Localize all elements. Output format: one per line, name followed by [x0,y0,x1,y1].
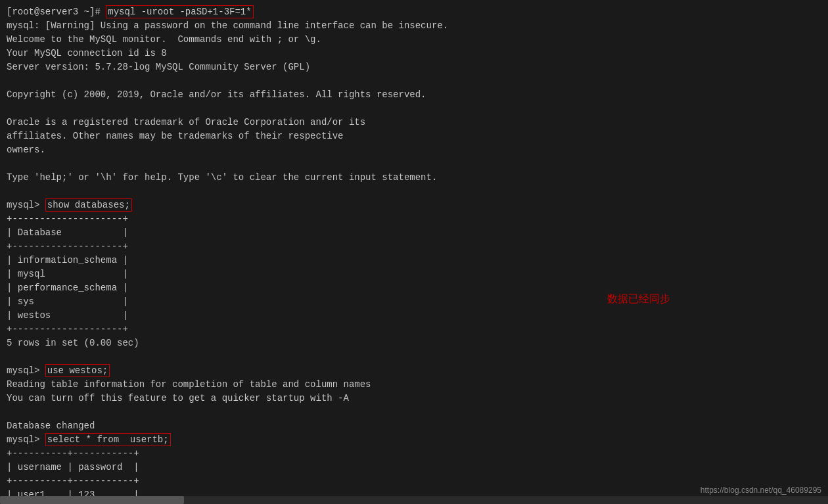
terminal-line [7,350,821,364]
terminal-line [7,74,821,88]
terminal-line: +--------------------+ [7,240,821,254]
terminal-line: Oracle is a registered trademark of Orac… [7,116,821,129]
terminal-line [7,405,821,419]
terminal-line [7,185,821,198]
command-highlight: select * from usertb; [45,433,171,446]
terminal-line: mysql> use westos; [7,364,821,378]
terminal-line: [root@server3 ~]# mysql -uroot -paSD+1-3… [7,5,821,19]
prompt-prefix: [root@server3 ~]# [7,7,106,17]
command-highlight: use westos; [45,364,110,377]
terminal-line: +----------+-----------+ [7,474,821,488]
terminal-line [7,157,821,171]
terminal-line: | performance_schema | [7,281,821,295]
terminal: [root@server3 ~]# mysql -uroot -paSD+1-3… [0,0,828,504]
terminal-line: mysql> select * from usertb; [7,433,821,447]
sync-label: 数据已经同步 [607,292,670,306]
terminal-line: 5 rows in set (0.00 sec) [7,336,821,350]
terminal-line: affiliates. Other names may be trademark… [7,129,821,143]
terminal-line: Copyright (c) 2000, 2019, Oracle and/or … [7,88,821,102]
terminal-line: +----------+-----------+ [7,447,821,461]
command-highlight: show databases; [45,198,132,212]
terminal-line: Reading table information for completion… [7,378,821,392]
mysql-prompt: mysql> [7,434,45,445]
terminal-line [7,102,821,116]
scrollbar-area[interactable] [0,496,828,504]
mysql-prompt: mysql> [7,365,45,376]
terminal-line: | westos | [7,309,821,323]
terminal-line: | sys | [7,295,821,309]
terminal-line: | mysql | [7,267,821,281]
command-highlight: mysql -uroot -paSD+1-3F=1* [106,5,253,18]
terminal-line: Server version: 5.7.28-log MySQL Communi… [7,60,821,74]
scrollbar-thumb[interactable] [0,496,184,504]
terminal-line: Type 'help;' or '\h' for help. Type '\c'… [7,171,821,185]
terminal-line: +--------------------+ [7,323,821,336]
watermark: https://blog.csdn.net/qq_46089295 [701,486,821,495]
terminal-line: | username | password | [7,461,821,474]
terminal-line: Welcome to the MySQL monitor. Commands e… [7,33,821,47]
terminal-line: Your MySQL connection id is 8 [7,47,821,60]
terminal-line: mysql> show databases; [7,198,821,212]
terminal-line: | information_schema | [7,254,821,267]
terminal-line: +--------------------+ [7,212,821,226]
terminal-line: | Database | [7,226,821,240]
terminal-line: owners. [7,143,821,157]
mysql-prompt: mysql> [7,200,45,210]
terminal-line: You can turn off this feature to get a q… [7,392,821,405]
terminal-line: Database changed [7,419,821,433]
terminal-line: mysql: [Warning] Using a password on the… [7,19,821,33]
